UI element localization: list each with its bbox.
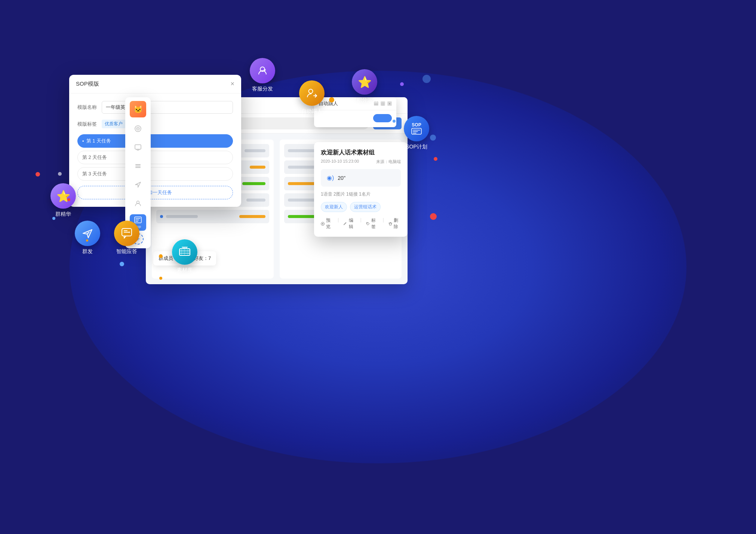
svg-point-11 — [367, 223, 368, 224]
gm-label: 群积分运营 — [351, 97, 378, 104]
sop-card-source: 来源：电脑端 — [376, 159, 401, 165]
svg-rect-20 — [181, 249, 182, 255]
feature-bubble-cs[interactable]: 客服分发 — [250, 58, 275, 92]
svg-rect-5 — [135, 166, 141, 166]
ak-label: 自动踢人 — [301, 108, 322, 115]
sop-task-2[interactable]: 第 2 天任务 — [77, 151, 233, 164]
feature-bubble-ak[interactable]: 自动踢人 — [299, 80, 325, 115]
card-action-edit[interactable]: 编辑 — [343, 217, 356, 230]
sop-plan-label: SOP计划 — [406, 144, 427, 150]
sop-card-audio: ◉) 20'' — [321, 169, 401, 187]
svg-rect-6 — [135, 167, 141, 168]
sop-tag-row: 模版标签 优质客户 — [77, 120, 233, 128]
nav-avatar: 🐱 — [130, 101, 146, 117]
nav-item-user[interactable] — [130, 196, 146, 212]
feature-bubble-sop[interactable]: SOP SOP计划 — [404, 116, 429, 150]
svg-point-2 — [138, 128, 139, 129]
feature-bubble-ml[interactable]: 素材库 — [172, 239, 197, 274]
ge-icon: ⭐ — [50, 183, 76, 209]
sop-template-window: SOP模版 × 模版名称 一年级英语训练营 模版标签 优质客户 第 1 天任务 … — [69, 75, 241, 207]
sop-add-task-btn[interactable]: + 添加一天任务 — [77, 186, 233, 199]
sop-tasks-list: 第 1 天任务 第 2 天任务 第 3 天任务 + 添加一天任务 — [77, 134, 233, 199]
sop-tag-label: 模版标签 — [77, 121, 102, 128]
svg-rect-22 — [188, 249, 188, 255]
feature-bubble-gb[interactable]: 群发 — [75, 221, 100, 255]
auto-kick-body — [314, 110, 396, 126]
svg-rect-12 — [389, 223, 391, 225]
win-close[interactable]: × — [387, 101, 392, 106]
sop-plan-icon: SOP — [404, 116, 429, 141]
gb-icon — [75, 221, 100, 246]
card-action-tag[interactable]: 标签 — [366, 217, 378, 230]
tag-item-5[interactable] — [156, 210, 269, 223]
ge-label: 群精华 — [55, 211, 71, 218]
card-action-preview[interactable]: 预览 — [321, 217, 333, 230]
sop-window-header: SOP模版 × — [69, 75, 241, 93]
sop-name-label: 模版名称 — [77, 104, 102, 111]
auto-kick-toggle[interactable] — [373, 114, 392, 122]
ml-icon — [172, 239, 197, 265]
feature-bubble-ge[interactable]: ⭐ 群精华 — [50, 183, 76, 218]
ak-icon — [299, 80, 325, 106]
sop-task-1[interactable]: 第 1 天任务 — [77, 134, 233, 148]
svg-rect-3 — [135, 145, 141, 149]
sop-tag-2[interactable]: 运营组话术 — [350, 202, 381, 212]
sop-window-body: 模版名称 一年级英语训练营 模版标签 优质客户 第 1 天任务 第 2 天任务 … — [69, 93, 241, 207]
sop-card-stats: 1语音 2图片 1链接 1名片 — [321, 191, 401, 197]
sop-name-row: 模版名称 一年级英语训练营 — [77, 101, 233, 114]
sop-task-3[interactable]: 第 3 天任务 — [77, 167, 233, 181]
sop-card-title: 欢迎新人话术素材组 — [321, 149, 401, 157]
feature-bubble-sr[interactable]: 智能应答 — [114, 221, 139, 255]
sop-close-btn[interactable]: × — [230, 80, 234, 88]
cs-icon — [250, 58, 275, 83]
sop-tag-1[interactable]: 欢迎新人 — [321, 202, 347, 212]
cs-label: 客服分发 — [252, 86, 273, 92]
svg-point-15 — [309, 89, 313, 93]
card-action-delete[interactable]: 删除 — [388, 217, 401, 230]
svg-point-10 — [322, 223, 323, 224]
sop-window-title: SOP模版 — [76, 80, 99, 88]
svg-rect-4 — [135, 164, 141, 165]
sop-tag-value[interactable]: 优质客户 — [102, 120, 126, 128]
sop-card-date: 2020-10-10 15:23:00 — [321, 159, 359, 165]
sop-card-meta: 2020-10-10 15:23:00 来源：电脑端 — [321, 159, 401, 165]
sr-icon — [114, 221, 139, 246]
svg-point-18 — [129, 231, 130, 233]
nav-item-signal[interactable] — [130, 121, 146, 137]
gm-icon: ⭐ — [352, 69, 377, 95]
audio-duration: 20'' — [338, 175, 345, 181]
feature-bubble-gm[interactable]: ⭐ 群积分运营 — [351, 69, 378, 104]
win-maximize[interactable]: □ — [381, 101, 385, 106]
gm-icon-star: ⭐ — [358, 76, 372, 89]
sop-name-input[interactable]: 一年级英语训练营 — [102, 101, 233, 114]
svg-rect-21 — [184, 249, 185, 255]
ml-label: 素材库 — [177, 267, 193, 274]
sop-card-tags: 欢迎新人 运营组话术 — [321, 202, 401, 212]
nav-item-menu[interactable] — [130, 158, 146, 175]
nav-item-send[interactable] — [130, 177, 146, 193]
sop-card-actions: 预览 | 编辑 | 标签 | 删除 — [321, 217, 401, 230]
audio-wave-icon: ◉) — [327, 174, 334, 181]
sop-detail-card: 欢迎新人话术素材组 2020-10-10 15:23:00 来源：电脑端 ◉) … — [314, 142, 408, 237]
nav-item-chat[interactable] — [130, 139, 146, 156]
gb-label: 群发 — [82, 248, 93, 255]
sr-label: 智能应答 — [116, 248, 137, 255]
